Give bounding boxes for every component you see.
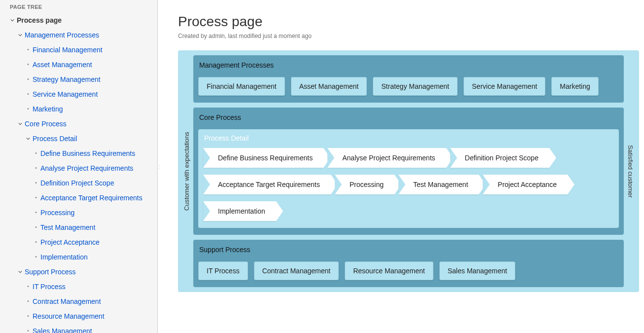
- page-title: Process page: [178, 14, 639, 30]
- tree-item-label: Financial Management: [33, 44, 103, 56]
- section-core: Core Process Process Detail Define Busin…: [193, 108, 624, 235]
- process-step[interactable]: Test Management: [398, 175, 479, 194]
- tree-item-process-detail[interactable]: Process Detail: [10, 131, 151, 146]
- box-row: Financial Management Asset Management St…: [198, 77, 619, 96]
- bullet-icon: •: [34, 166, 38, 171]
- tree-item-management[interactable]: Management Processes: [10, 28, 151, 42]
- bullet-icon: •: [26, 77, 31, 82]
- bullet-icon: •: [26, 92, 31, 97]
- process-step[interactable]: Project Acceptance: [483, 175, 568, 194]
- tree-item-label: Strategy Management: [33, 74, 101, 85]
- tree-item-label: Sales Management: [33, 325, 92, 333]
- tree-item[interactable]: •Test Management: [10, 220, 151, 235]
- tree-item-label: Management Processes: [25, 29, 99, 41]
- diagram-right-label: Satisfied customer: [627, 55, 634, 287]
- tree-item-label: Asset Management: [33, 59, 92, 71]
- tree-item[interactable]: •Sales Management: [10, 324, 151, 333]
- tree-item[interactable]: •Acceptance Target Requirements: [10, 190, 151, 205]
- tree-item-label: Analyse Project Requirements: [40, 162, 133, 174]
- chevron-down-icon: [10, 18, 15, 22]
- section-support: Support Process IT Process Contract Mana…: [193, 240, 624, 287]
- process-diagram: Customer with expectations Management Pr…: [178, 50, 639, 292]
- section-title: Support Process: [198, 244, 619, 256]
- page-tree: Process page Management Processes •Finan…: [10, 13, 151, 333]
- tree-item-label: Service Management: [33, 88, 98, 100]
- bullet-icon: •: [34, 210, 38, 215]
- bullet-icon: •: [34, 240, 38, 245]
- process-box[interactable]: Sales Management: [439, 261, 516, 280]
- chevron-down-icon: [18, 122, 23, 126]
- bullet-icon: •: [26, 329, 31, 333]
- bullet-icon: •: [26, 47, 31, 52]
- tree-item-label: Implementation: [40, 251, 88, 263]
- tree-item-label: Support Process: [25, 266, 76, 278]
- page-tree-sidebar: PAGE TREE Process page Management Proces…: [0, 0, 158, 333]
- tree-item-label: Acceptance Target Requirements: [40, 192, 143, 204]
- box-row: IT Process Contract Management Resource …: [198, 261, 619, 280]
- bullet-icon: •: [26, 284, 31, 289]
- process-step[interactable]: Define Business Requirements: [203, 148, 323, 168]
- tree-item[interactable]: •Processing: [10, 205, 151, 220]
- chevron-down-icon: [26, 137, 31, 141]
- bullet-icon: •: [26, 314, 31, 319]
- tree-item-label: Core Process: [25, 118, 67, 130]
- tree-item-label: Project Acceptance: [40, 236, 100, 248]
- tree-item-support[interactable]: Support Process: [10, 264, 151, 279]
- tree-item[interactable]: •Strategy Management: [10, 72, 151, 87]
- bullet-icon: •: [34, 195, 38, 200]
- tree-item-label: Contract Management: [33, 296, 101, 307]
- diagram-left-label: Customer with expectations: [183, 55, 190, 287]
- tree-item[interactable]: •Service Management: [10, 87, 151, 102]
- tree-item[interactable]: •Define Business Requirements: [10, 146, 151, 161]
- tree-item[interactable]: •Analyse Project Requirements: [10, 161, 151, 176]
- chevron-row: Define Business Requirements Analyse Pro…: [203, 148, 614, 221]
- sidebar-header: PAGE TREE: [10, 4, 151, 10]
- process-box[interactable]: Financial Management: [198, 77, 285, 96]
- bullet-icon: •: [34, 255, 38, 259]
- bullet-icon: •: [26, 107, 31, 111]
- tree-item-label: Resource Management: [33, 310, 105, 322]
- process-box[interactable]: Service Management: [464, 77, 545, 96]
- tree-item[interactable]: •Implementation: [10, 250, 151, 264]
- diagram-body: Management Processes Financial Managemen…: [193, 55, 624, 287]
- tree-item[interactable]: •Definition Project Scope: [10, 176, 151, 190]
- subsection-title: Process Detail: [203, 133, 614, 143]
- tree-item[interactable]: •Project Acceptance: [10, 235, 151, 250]
- process-step[interactable]: Acceptance Target Requirements: [203, 175, 331, 194]
- section-title: Management Processes: [198, 59, 619, 71]
- tree-item[interactable]: •Marketing: [10, 102, 151, 116]
- process-box[interactable]: Asset Management: [291, 77, 367, 96]
- process-box[interactable]: Marketing: [551, 77, 598, 96]
- main-content: Process page Created by admin, last modi…: [160, 0, 644, 333]
- tree-item-label: Definition Project Scope: [40, 177, 114, 189]
- process-box[interactable]: Strategy Management: [373, 77, 458, 96]
- tree-item[interactable]: •Resource Management: [10, 309, 151, 324]
- tree-item-label: Marketing: [33, 103, 63, 115]
- tree-item-label: Processing: [40, 207, 74, 219]
- bullet-icon: •: [26, 62, 31, 67]
- tree-item-label: Test Management: [40, 222, 95, 233]
- tree-item[interactable]: •Financial Management: [10, 42, 151, 57]
- bullet-icon: •: [34, 225, 38, 230]
- section-management: Management Processes Financial Managemen…: [193, 55, 624, 103]
- process-step[interactable]: Analyse Project Requirements: [327, 148, 446, 168]
- process-step[interactable]: Implementation: [203, 201, 276, 221]
- process-step[interactable]: Definition Project Scope: [450, 148, 549, 168]
- subsection-process-detail: Process Detail Define Business Requireme…: [198, 129, 619, 228]
- page-meta: Created by admin, last modified just a m…: [178, 33, 639, 39]
- tree-item-label: Process Detail: [33, 133, 77, 145]
- process-box[interactable]: IT Process: [198, 261, 248, 280]
- bullet-icon: •: [34, 181, 38, 185]
- tree-item-label: Process page: [17, 14, 62, 26]
- tree-item[interactable]: •Contract Management: [10, 294, 151, 309]
- tree-item-label: Define Business Requirements: [40, 148, 135, 159]
- tree-item[interactable]: •Asset Management: [10, 57, 151, 72]
- bullet-icon: •: [26, 299, 31, 304]
- tree-item[interactable]: •IT Process: [10, 279, 151, 294]
- process-step[interactable]: Processing: [335, 175, 394, 194]
- tree-root[interactable]: Process page: [10, 13, 151, 28]
- chevron-down-icon: [18, 270, 23, 274]
- tree-item-core[interactable]: Core Process: [10, 116, 151, 131]
- process-box[interactable]: Resource Management: [345, 261, 433, 280]
- process-box[interactable]: Contract Management: [254, 261, 339, 280]
